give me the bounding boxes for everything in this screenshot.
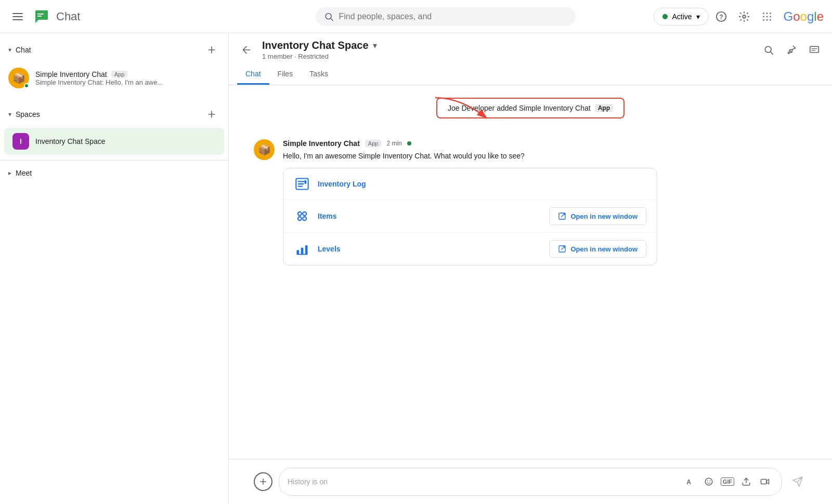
space-name: Inventory Chat Space	[35, 137, 106, 145]
title-dropdown-icon[interactable]: ▾	[373, 41, 377, 50]
levels-link[interactable]: Levels	[318, 245, 341, 253]
search-input[interactable]	[339, 12, 567, 21]
svg-point-33	[303, 212, 306, 216]
search-box[interactable]	[316, 7, 576, 26]
svg-line-4	[331, 18, 333, 20]
tab-tasks[interactable]: Tasks	[301, 64, 336, 85]
spaces-section-header[interactable]: ▾ Spaces	[0, 102, 228, 127]
chat-section-header[interactable]: ▾ Chat	[0, 37, 228, 62]
emoji-icon	[704, 477, 713, 486]
tab-files[interactable]: Files	[269, 64, 302, 85]
back-button[interactable]	[237, 41, 256, 59]
space-initial: I	[20, 137, 22, 145]
message-sender: Simple Inventory Chat	[283, 139, 360, 148]
header-chat-button[interactable]	[805, 41, 824, 59]
svg-rect-37	[297, 250, 300, 254]
card-row-items-left: Items	[294, 208, 337, 224]
sidebar-item-inventory-chat-space[interactable]: I Inventory Chat Space	[4, 128, 224, 155]
text-format-button[interactable]: A	[682, 473, 698, 490]
status-label: Active	[672, 12, 692, 21]
text-format-icon: A	[685, 477, 695, 486]
message-input-box[interactable]: History is on A	[279, 468, 782, 496]
apps-button[interactable]	[757, 6, 777, 27]
gear-icon	[738, 11, 750, 22]
grid-icon	[761, 11, 773, 22]
items-open-button[interactable]: Open in new window	[549, 207, 646, 225]
svg-rect-49	[761, 480, 767, 484]
inventory-log-icon	[294, 176, 310, 192]
open-external-icon	[558, 212, 566, 220]
card-row-levels-left: Levels	[294, 241, 341, 257]
back-icon	[241, 45, 252, 55]
svg-rect-29	[298, 183, 304, 184]
header-pin-button[interactable]	[782, 41, 801, 59]
levels-open-external-icon	[558, 245, 566, 253]
topbar-right: Active ▾ ?	[654, 6, 824, 27]
card-row-items: Items Open in new window	[283, 200, 657, 233]
svg-point-15	[766, 19, 768, 21]
svg-text:A: A	[686, 479, 691, 486]
message-text: Hello, I'm an awesome Simple Inventory C…	[283, 151, 807, 162]
chat-name: Simple Inventory Chat	[35, 70, 107, 78]
pin-icon	[786, 45, 797, 55]
chat-section: ▾ Chat 📦 Simple Invent	[0, 33, 228, 98]
status-button[interactable]: Active ▾	[654, 8, 708, 25]
inventory-card: Inventory Log	[283, 168, 657, 266]
upload-button[interactable]	[738, 473, 755, 490]
chat-preview: Simple Inventory Chat: Hello, I'm an awe…	[35, 78, 191, 86]
gif-button[interactable]: GIF	[719, 473, 736, 490]
online-indicator	[24, 83, 29, 88]
svg-point-10	[770, 12, 771, 14]
svg-rect-38	[301, 248, 304, 255]
meet-section-header[interactable]: ▸ Meet	[8, 165, 220, 181]
svg-point-32	[298, 212, 302, 216]
send-icon	[792, 476, 803, 487]
inventory-log-link[interactable]: Inventory Log	[318, 180, 366, 188]
input-placeholder: History is on	[288, 478, 328, 486]
hamburger-button[interactable]	[8, 9, 27, 24]
input-actions: A GIF	[682, 473, 773, 490]
svg-point-12	[766, 16, 768, 17]
status-dot	[662, 14, 668, 19]
chat-section-label: Chat	[16, 46, 31, 54]
header-search-button[interactable]	[759, 41, 778, 59]
svg-rect-30	[298, 186, 303, 187]
svg-rect-23	[810, 46, 819, 52]
help-button[interactable]: ?	[711, 6, 732, 27]
card-row-inventory-log: Inventory Log	[283, 168, 657, 200]
add-space-button[interactable]	[203, 106, 220, 123]
svg-rect-39	[305, 245, 308, 255]
message-content: Simple Inventory Chat App 2 min Hello, I…	[283, 139, 807, 266]
add-message-button[interactable]	[254, 472, 272, 491]
spaces-section: ▾ Spaces I Inventory Chat Space	[0, 98, 228, 160]
levels-open-button[interactable]: Open in new window	[549, 240, 646, 258]
tab-chat[interactable]: Chat	[237, 64, 269, 85]
add-chat-button[interactable]	[203, 42, 220, 58]
message-container: 📦 Simple Inventory Chat App 2 min Hello,…	[254, 139, 807, 266]
svg-text:?: ?	[719, 13, 723, 20]
svg-point-11	[763, 16, 764, 17]
svg-rect-31	[305, 180, 307, 184]
meet-section: ▸ Meet	[0, 160, 228, 185]
chat-chevron-icon: ▾	[8, 46, 11, 54]
items-link[interactable]: Items	[318, 212, 337, 220]
page-title: Inventory Chat Space	[262, 39, 369, 51]
card-row-levels: Levels Open in new window	[283, 233, 657, 265]
header-search-icon	[763, 45, 774, 55]
items-open-label: Open in new window	[570, 213, 638, 220]
video-button[interactable]	[757, 473, 773, 490]
google-logo: Google	[784, 9, 824, 24]
chat-info: Simple Inventory Chat App Simple Invento…	[35, 70, 220, 86]
avatar: 📦	[8, 68, 29, 88]
input-area: History is on A	[229, 459, 832, 504]
chat-item-simple-inventory[interactable]: 📦 Simple Inventory Chat App Simple Inven…	[0, 62, 228, 94]
emoji-button[interactable]	[700, 473, 717, 490]
meet-label: Meet	[16, 169, 32, 177]
svg-point-35	[303, 217, 306, 220]
chat-logo-icon	[33, 8, 50, 25]
settings-button[interactable]	[734, 6, 755, 27]
status-chevron-icon: ▾	[696, 12, 700, 21]
add-message-icon	[258, 477, 268, 486]
items-icon	[294, 208, 310, 224]
send-button[interactable]	[788, 472, 807, 491]
